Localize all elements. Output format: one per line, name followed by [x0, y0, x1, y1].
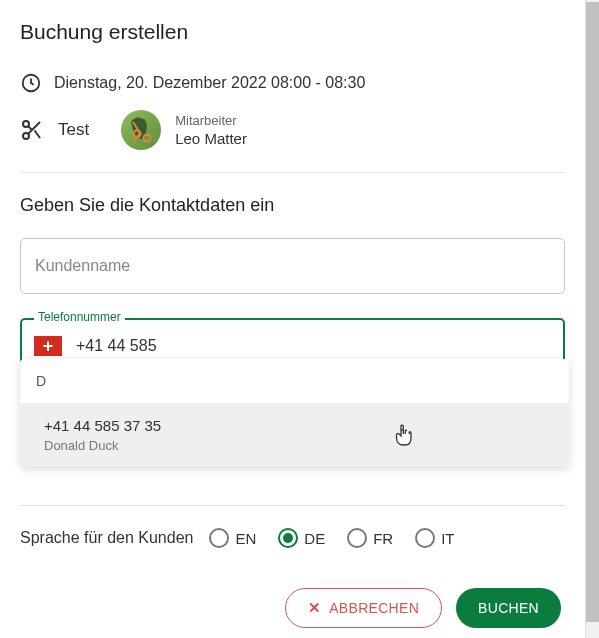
contact-section-title: Geben Sie die Kontaktdaten ein [20, 195, 565, 216]
page-title: Buchung erstellen [20, 20, 565, 44]
dropdown-item-phone: +41 44 585 37 35 [44, 417, 545, 434]
cancel-button[interactable]: ✕ ABBRECHEN [285, 588, 442, 628]
scissors-icon [20, 118, 44, 142]
svg-point-1 [23, 121, 29, 127]
dropdown-filter-text: D [20, 359, 569, 403]
customer-name-input[interactable] [20, 238, 565, 294]
radio-label: DE [304, 530, 325, 547]
scrollbar[interactable] [585, 0, 599, 638]
autocomplete-dropdown: D +41 44 585 37 35 Donald Duck [20, 359, 569, 467]
employee-name: Leo Matter [175, 130, 247, 147]
radio-de[interactable]: DE [278, 528, 335, 548]
cursor-pointer-icon [394, 423, 414, 451]
radio-label: FR [373, 530, 393, 547]
radio-label: IT [441, 530, 454, 547]
employee-avatar [121, 110, 161, 150]
dropdown-item-name: Donald Duck [44, 438, 545, 453]
dropdown-item[interactable]: +41 44 585 37 35 Donald Duck [20, 403, 569, 467]
datetime-row: Dienstag, 20. Dezember 2022 08:00 - 08:3… [20, 72, 565, 94]
datetime-text: Dienstag, 20. Dezember 2022 08:00 - 08:3… [54, 74, 365, 92]
radio-it[interactable]: IT [415, 528, 464, 548]
submit-button[interactable]: BUCHEN [456, 588, 561, 628]
service-row: Test Mitarbeiter Leo Matter [20, 110, 565, 173]
service-name: Test [58, 120, 89, 140]
employee-label: Mitarbeiter [175, 113, 247, 128]
radio-fr[interactable]: FR [347, 528, 403, 548]
clock-icon [20, 72, 42, 94]
flag-ch-icon[interactable] [34, 336, 62, 356]
language-row: Sprache für den Kunden EN DE FR IT [20, 528, 565, 548]
scrollbar-thumb[interactable] [586, 2, 599, 622]
submit-button-label: BUCHEN [478, 600, 539, 616]
radio-label: EN [235, 530, 256, 547]
close-icon: ✕ [308, 599, 321, 617]
radio-circle-icon [209, 528, 229, 548]
radio-circle-icon [415, 528, 435, 548]
radio-en[interactable]: EN [209, 528, 266, 548]
phone-input[interactable] [76, 337, 551, 355]
radio-circle-icon [278, 528, 298, 548]
cancel-button-label: ABBRECHEN [329, 600, 419, 616]
language-label: Sprache für den Kunden [20, 529, 193, 547]
phone-input-label: Telefonnummer [34, 310, 125, 324]
radio-circle-icon [347, 528, 367, 548]
